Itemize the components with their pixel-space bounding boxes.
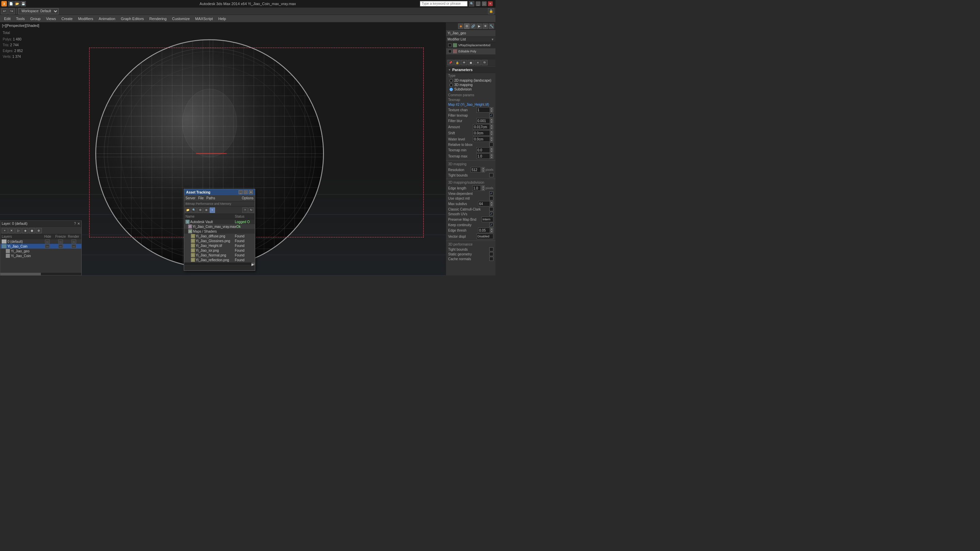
et-up[interactable]: ▲ [490,227,493,230]
menu-maxscript[interactable]: MAXScript [192,16,216,21]
asset-row-gloss[interactable]: I Yi_Jiao_Glossines.png Found [184,238,255,243]
menu-help[interactable]: Help [216,16,229,21]
amount-value[interactable]: 0.017cm [473,124,490,130]
menu-group[interactable]: Group [27,16,43,21]
texmap-min-value[interactable]: 0.0 [476,147,490,153]
tmin-dn[interactable]: ▼ [490,150,493,153]
tmax-up[interactable]: ▲ [490,153,493,156]
redo-btn[interactable]: ↪ [8,8,14,14]
vector-displ-dropdown[interactable]: Disabled [476,233,493,239]
rp-motion-icon[interactable]: ▶ [476,24,482,29]
maximize-btn[interactable]: □ [482,2,487,6]
menu-customize[interactable]: Customize [169,16,192,21]
modifier-list-dropdown-icon[interactable]: ▼ [491,38,494,41]
layer-render-default[interactable]: — [72,240,76,243]
object-name-field[interactable] [446,30,495,37]
asset-tb-6[interactable]: ? [242,208,248,213]
asset-tb-4[interactable]: ⊞ [204,208,209,213]
layer-row-default[interactable]: 0 (default) — — — [0,239,81,244]
view-dep-check[interactable]: ✓ [489,192,493,195]
tight-bounds-perf-check[interactable] [489,247,493,251]
layer-delete-btn[interactable]: ✕ [8,228,14,233]
mod-copy-btn[interactable]: ⧉ [482,60,488,65]
menu-tools[interactable]: Tools [13,16,27,21]
asset-options-label[interactable]: Options [242,196,253,200]
menu-animation[interactable]: Animation [96,16,118,21]
max-subdivs-value[interactable]: 64 [478,201,490,206]
mod-show-btn[interactable]: 👁 [461,60,467,65]
modifier-vray-disp[interactable]: VRayDisplacementMod [446,42,495,48]
search-icon[interactable]: 🔍 [469,1,474,6]
map-name-link[interactable]: Map #2 (Yi_Jiao_Height.tif) [448,103,489,106]
mod-pin-btn[interactable]: 📌 [447,60,453,65]
type-subdiv-radio[interactable]: Subdivision [450,87,492,91]
rp-display-icon[interactable]: 👁 [482,24,488,29]
asset-row-refl[interactable]: I Yi_Jiao_reflection.png Found [184,257,255,262]
layer-highlight-btn[interactable]: ◉ [29,228,35,233]
menu-rendering[interactable]: Rendering [147,16,169,21]
mod-delete-btn[interactable]: ✕ [475,60,481,65]
rp-create-icon[interactable]: ◆ [458,24,463,29]
menu-modifiers[interactable]: Modifiers [75,16,96,21]
shift-up[interactable]: ▲ [490,130,493,133]
asset-tb-1[interactable]: 📁 [185,208,191,213]
asset-restore-btn[interactable]: □ [243,190,248,194]
search-input[interactable] [420,1,468,6]
layer-hide-default[interactable]: — [45,240,50,243]
resolution-value[interactable]: 512 [471,167,481,172]
mod-render-btn[interactable]: ▣ [468,60,474,65]
asset-row-diffuse[interactable]: I Yi_Jiao_diffuse.png Found [184,233,255,238]
asset-tb-2[interactable]: 🔍 [191,208,197,213]
layers-scroll-thumb[interactable] [0,273,41,275]
asset-row-ior[interactable]: I Yi_Jiao_ior.png Found [184,248,255,253]
keep-cont-check[interactable]: ✓ [489,223,493,227]
layer-hide-coin[interactable]: — [45,244,50,248]
amount-up[interactable]: ▲ [490,124,493,127]
layer-freeze-coin[interactable]: — [58,244,63,248]
layers-help-btn[interactable]: ? [74,222,76,225]
layer-freeze-default[interactable]: — [58,240,63,243]
layer-render-coin[interactable]: — [72,244,76,248]
asset-close-btn[interactable]: ✕ [249,190,253,194]
el-up[interactable]: ▲ [482,185,485,188]
tight-bounds-check[interactable] [489,173,493,177]
menu-create[interactable]: Create [59,16,75,21]
tmin-up[interactable]: ▲ [490,147,493,150]
mod-lock-btn[interactable]: 🔒 [454,60,460,65]
type-3d-radio[interactable]: 3D mapping [450,83,492,87]
layers-close-btn[interactable]: ✕ [77,222,80,225]
rp-hierarchy-icon[interactable]: 🔗 [470,24,476,29]
shift-dn[interactable]: ▼ [490,133,493,136]
layer-row-coin[interactable]: Yi_Jiao_Coin — — — [0,244,81,249]
et-dn[interactable]: ▼ [490,230,493,233]
tmax-dn[interactable]: ▼ [490,156,493,159]
layer-new-btn[interactable]: + [2,228,8,233]
asset-tb-5[interactable]: ≡ [210,208,215,213]
asset-tb-7[interactable]: ↻ [248,208,254,213]
cache-normals-check[interactable] [489,257,493,261]
blur-up[interactable]: ▲ [490,118,493,121]
water-up[interactable]: ▲ [490,137,493,139]
asset-row-vault[interactable]: V Autodesk Vault Logged O [184,219,255,224]
save-btn[interactable]: 💾 [21,1,26,6]
parameters-header[interactable]: ▼ Parameters [446,66,495,73]
asset-minimize-btn[interactable]: _ [239,190,243,194]
asset-menu-paths[interactable]: Paths [207,196,215,200]
asset-row-file[interactable]: F Yi_Jiao_Coin_max_vray.max Ok [184,224,255,229]
use-obj-mtl-check[interactable] [489,196,493,200]
asset-scroll-right[interactable]: ▶ [251,263,255,265]
undo-btn[interactable]: ↩ [2,8,8,14]
menu-graph-editors[interactable]: Graph Editors [118,16,147,21]
edge-thresh-value[interactable]: 0.05 [478,227,490,233]
mod-check-poly[interactable] [448,50,452,53]
close-btn[interactable]: ✕ [488,2,493,6]
static-geo-check[interactable] [489,252,493,256]
filter-texmap-check[interactable]: ✓ [489,113,493,118]
res-up[interactable]: ▲ [482,167,485,170]
asset-tb-3[interactable]: ⚙ [197,208,203,213]
modifier-editable-poly[interactable]: Editable Poly [446,48,495,54]
edge-length-value[interactable]: 1.0 [472,185,481,191]
layer-add-sel-btn[interactable]: ▷ [15,228,21,233]
catmull-check[interactable] [489,207,493,211]
new-btn[interactable]: 📄 [8,1,14,6]
